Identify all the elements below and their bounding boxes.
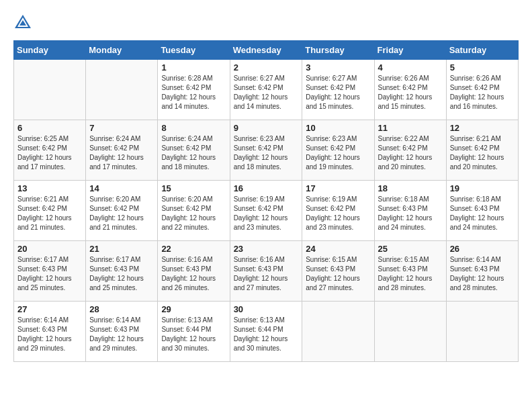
day-info: Sunrise: 6:21 AM Sunset: 6:42 PM Dayligh… [17, 195, 82, 232]
day-number: 25 [378, 244, 443, 254]
day-info: Sunrise: 6:15 AM Sunset: 6:43 PM Dayligh… [306, 255, 370, 293]
day-info: Sunrise: 6:24 AM Sunset: 6:42 PM Dayligh… [89, 134, 154, 172]
day-number: 5 [450, 62, 515, 73]
day-info: Sunrise: 6:19 AM Sunset: 6:42 PM Dayligh… [306, 195, 370, 232]
calendar-cell: 12Sunrise: 6:21 AM Sunset: 6:42 PM Dayli… [446, 120, 518, 181]
day-number: 22 [161, 244, 226, 254]
day-number: 16 [234, 183, 299, 193]
calendar-cell: 28Sunrise: 6:14 AM Sunset: 6:43 PM Dayli… [86, 302, 158, 362]
day-number: 24 [306, 244, 370, 254]
calendar-cell [446, 302, 518, 362]
calendar-cell: 19Sunrise: 6:18 AM Sunset: 6:43 PM Dayli… [446, 181, 518, 241]
day-number: 7 [89, 123, 154, 133]
calendar-cell: 23Sunrise: 6:16 AM Sunset: 6:43 PM Dayli… [230, 241, 302, 302]
column-header-tuesday: Tuesday [158, 41, 230, 60]
day-info: Sunrise: 6:19 AM Sunset: 6:42 PM Dayligh… [234, 195, 299, 232]
day-info: Sunrise: 6:13 AM Sunset: 6:44 PM Dayligh… [234, 316, 299, 353]
day-number: 18 [378, 183, 443, 193]
day-number: 8 [161, 123, 226, 133]
calendar-cell: 5Sunrise: 6:26 AM Sunset: 6:42 PM Daylig… [446, 60, 518, 120]
day-info: Sunrise: 6:26 AM Sunset: 6:42 PM Dayligh… [378, 74, 443, 111]
calendar-cell [302, 302, 374, 362]
calendar-cell: 9Sunrise: 6:23 AM Sunset: 6:42 PM Daylig… [230, 120, 302, 181]
day-info: Sunrise: 6:24 AM Sunset: 6:42 PM Dayligh… [161, 134, 226, 172]
day-number: 23 [234, 244, 299, 254]
day-number: 17 [306, 183, 370, 193]
column-header-thursday: Thursday [302, 41, 374, 60]
day-number: 11 [378, 123, 443, 133]
calendar-cell: 1Sunrise: 6:28 AM Sunset: 6:42 PM Daylig… [158, 60, 230, 120]
day-info: Sunrise: 6:25 AM Sunset: 6:42 PM Dayligh… [17, 134, 82, 172]
day-number: 4 [378, 62, 443, 73]
calendar-cell: 10Sunrise: 6:23 AM Sunset: 6:42 PM Dayli… [302, 120, 374, 181]
calendar-cell [86, 60, 158, 120]
calendar-cell [374, 302, 446, 362]
day-info: Sunrise: 6:15 AM Sunset: 6:43 PM Dayligh… [378, 255, 443, 293]
logo-icon [13, 13, 32, 30]
day-info: Sunrise: 6:23 AM Sunset: 6:42 PM Dayligh… [234, 134, 299, 172]
day-number: 21 [89, 244, 154, 254]
day-number: 26 [450, 244, 515, 254]
day-number: 29 [161, 304, 226, 314]
day-info: Sunrise: 6:18 AM Sunset: 6:43 PM Dayligh… [378, 195, 443, 232]
day-number: 14 [89, 183, 154, 193]
calendar-cell [14, 60, 86, 120]
day-info: Sunrise: 6:16 AM Sunset: 6:43 PM Dayligh… [234, 255, 299, 293]
calendar-cell: 13Sunrise: 6:21 AM Sunset: 6:42 PM Dayli… [14, 181, 86, 241]
calendar-cell: 30Sunrise: 6:13 AM Sunset: 6:44 PM Dayli… [230, 302, 302, 362]
day-info: Sunrise: 6:27 AM Sunset: 6:42 PM Dayligh… [234, 74, 299, 111]
day-number: 13 [17, 183, 82, 193]
day-number: 2 [234, 62, 299, 73]
day-info: Sunrise: 6:14 AM Sunset: 6:43 PM Dayligh… [89, 316, 154, 353]
column-header-sunday: Sunday [14, 41, 86, 60]
day-number: 20 [17, 244, 82, 254]
calendar-cell: 16Sunrise: 6:19 AM Sunset: 6:42 PM Dayli… [230, 181, 302, 241]
day-number: 27 [17, 304, 82, 314]
calendar-table: SundayMondayTuesdayWednesdayThursdayFrid… [13, 40, 519, 362]
logo [13, 13, 34, 30]
calendar-cell: 2Sunrise: 6:27 AM Sunset: 6:42 PM Daylig… [230, 60, 302, 120]
day-number: 15 [161, 183, 226, 193]
calendar-cell: 27Sunrise: 6:14 AM Sunset: 6:43 PM Dayli… [14, 302, 86, 362]
column-header-monday: Monday [86, 41, 158, 60]
calendar-cell: 7Sunrise: 6:24 AM Sunset: 6:42 PM Daylig… [86, 120, 158, 181]
calendar-cell: 14Sunrise: 6:20 AM Sunset: 6:42 PM Dayli… [86, 181, 158, 241]
column-header-wednesday: Wednesday [230, 41, 302, 60]
day-info: Sunrise: 6:14 AM Sunset: 6:43 PM Dayligh… [450, 255, 515, 293]
day-number: 19 [450, 183, 515, 193]
day-number: 3 [306, 62, 370, 73]
day-info: Sunrise: 6:14 AM Sunset: 6:43 PM Dayligh… [17, 316, 82, 353]
calendar-cell: 11Sunrise: 6:22 AM Sunset: 6:42 PM Dayli… [374, 120, 446, 181]
calendar-cell: 6Sunrise: 6:25 AM Sunset: 6:42 PM Daylig… [14, 120, 86, 181]
calendar-cell: 18Sunrise: 6:18 AM Sunset: 6:43 PM Dayli… [374, 181, 446, 241]
day-info: Sunrise: 6:13 AM Sunset: 6:44 PM Dayligh… [161, 316, 226, 353]
calendar-cell: 8Sunrise: 6:24 AM Sunset: 6:42 PM Daylig… [158, 120, 230, 181]
day-number: 10 [306, 123, 370, 133]
page-header [13, 13, 519, 30]
day-info: Sunrise: 6:17 AM Sunset: 6:43 PM Dayligh… [89, 255, 154, 293]
day-info: Sunrise: 6:16 AM Sunset: 6:43 PM Dayligh… [161, 255, 226, 293]
calendar-cell: 17Sunrise: 6:19 AM Sunset: 6:42 PM Dayli… [302, 181, 374, 241]
day-info: Sunrise: 6:22 AM Sunset: 6:42 PM Dayligh… [378, 134, 443, 172]
calendar-cell: 3Sunrise: 6:27 AM Sunset: 6:42 PM Daylig… [302, 60, 374, 120]
day-number: 1 [161, 62, 226, 73]
day-number: 6 [17, 123, 82, 133]
day-info: Sunrise: 6:26 AM Sunset: 6:42 PM Dayligh… [450, 74, 515, 111]
day-info: Sunrise: 6:28 AM Sunset: 6:42 PM Dayligh… [161, 74, 226, 111]
day-number: 9 [234, 123, 299, 133]
day-info: Sunrise: 6:23 AM Sunset: 6:42 PM Dayligh… [306, 134, 370, 172]
calendar-cell: 20Sunrise: 6:17 AM Sunset: 6:43 PM Dayli… [14, 241, 86, 302]
day-number: 30 [234, 304, 299, 314]
calendar-cell: 25Sunrise: 6:15 AM Sunset: 6:43 PM Dayli… [374, 241, 446, 302]
calendar-cell: 26Sunrise: 6:14 AM Sunset: 6:43 PM Dayli… [446, 241, 518, 302]
calendar-cell: 22Sunrise: 6:16 AM Sunset: 6:43 PM Dayli… [158, 241, 230, 302]
day-number: 12 [450, 123, 515, 133]
calendar-cell: 29Sunrise: 6:13 AM Sunset: 6:44 PM Dayli… [158, 302, 230, 362]
day-info: Sunrise: 6:18 AM Sunset: 6:43 PM Dayligh… [450, 195, 515, 232]
calendar-cell: 24Sunrise: 6:15 AM Sunset: 6:43 PM Dayli… [302, 241, 374, 302]
day-info: Sunrise: 6:20 AM Sunset: 6:42 PM Dayligh… [89, 195, 154, 232]
day-info: Sunrise: 6:20 AM Sunset: 6:42 PM Dayligh… [161, 195, 226, 232]
day-info: Sunrise: 6:21 AM Sunset: 6:42 PM Dayligh… [450, 134, 515, 172]
day-info: Sunrise: 6:27 AM Sunset: 6:42 PM Dayligh… [306, 74, 370, 111]
column-header-friday: Friday [374, 41, 446, 60]
